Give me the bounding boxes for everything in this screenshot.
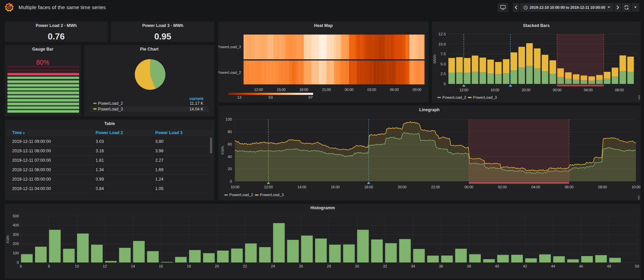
svg-text:20:00: 20:00 bbox=[521, 88, 530, 92]
svg-text:16: 16 bbox=[159, 264, 163, 268]
svg-text:PowerLoad_2: PowerLoad_2 bbox=[98, 101, 123, 106]
svg-text:30: 30 bbox=[355, 264, 359, 268]
svg-text:KWh: KWh bbox=[221, 146, 225, 155]
svg-text:06:00: 06:00 bbox=[390, 88, 399, 92]
svg-text:14: 14 bbox=[131, 264, 135, 268]
svg-text:PowerLoad_3: PowerLoad_3 bbox=[473, 95, 497, 99]
svg-text:02:00: 02:00 bbox=[498, 185, 507, 189]
svg-text:12:00: 12:00 bbox=[254, 88, 263, 92]
svg-text:12: 12 bbox=[103, 264, 107, 268]
svg-text:18: 18 bbox=[187, 264, 191, 268]
svg-text:22:00: 22:00 bbox=[431, 185, 440, 189]
svg-text:04:00: 04:00 bbox=[531, 185, 540, 189]
svg-text:0: 0 bbox=[230, 179, 232, 183]
svg-text:21:00: 21:00 bbox=[322, 88, 331, 92]
svg-text:34: 34 bbox=[411, 264, 415, 268]
svg-text:8: 8 bbox=[48, 264, 50, 268]
svg-text:26: 26 bbox=[299, 264, 303, 268]
svg-text:04:00: 04:00 bbox=[584, 88, 592, 92]
svg-text:97: 97 bbox=[308, 95, 313, 99]
svg-text:PowerLoad_2: PowerLoad_2 bbox=[442, 95, 466, 99]
svg-text:80: 80 bbox=[228, 130, 232, 134]
svg-text:current: current bbox=[190, 96, 203, 101]
svg-text:12:00: 12:00 bbox=[264, 185, 273, 189]
svg-text:2.5: 2.5 bbox=[441, 72, 446, 76]
svg-text:00:00: 00:00 bbox=[345, 88, 353, 92]
svg-text:50: 50 bbox=[269, 95, 273, 99]
svg-text:40: 40 bbox=[495, 264, 499, 268]
svg-text:42: 42 bbox=[523, 264, 527, 268]
svg-text:14.04 K: 14.04 K bbox=[190, 107, 203, 112]
svg-text:KWh: KWh bbox=[6, 235, 10, 243]
svg-text:300: 300 bbox=[13, 232, 19, 237]
svg-text:200: 200 bbox=[13, 242, 19, 246]
svg-text:PowerLoad_2: PowerLoad_2 bbox=[229, 193, 253, 197]
svg-text:10: 10 bbox=[75, 264, 79, 268]
svg-text:28: 28 bbox=[327, 264, 331, 268]
svg-text:48: 48 bbox=[607, 264, 611, 268]
svg-text:10:00: 10:00 bbox=[632, 185, 640, 189]
svg-text:06:00: 06:00 bbox=[565, 185, 573, 189]
svg-text:08:00: 08:00 bbox=[598, 185, 607, 189]
svg-text:22: 22 bbox=[243, 264, 247, 268]
svg-text:PowerLoad_3: PowerLoad_3 bbox=[260, 193, 284, 197]
svg-text:PowerLoad_2: PowerLoad_2 bbox=[218, 70, 241, 74]
svg-text:08:00: 08:00 bbox=[615, 88, 624, 92]
svg-text:20:00: 20:00 bbox=[398, 185, 406, 189]
svg-text:11.17 K: 11.17 K bbox=[190, 101, 203, 106]
svg-text:18:00: 18:00 bbox=[364, 185, 373, 189]
svg-text:7.5: 7.5 bbox=[441, 52, 446, 56]
svg-text:20: 20 bbox=[228, 167, 232, 171]
svg-text:13: 13 bbox=[237, 95, 241, 99]
svg-text:PowerLoad_3: PowerLoad_3 bbox=[218, 45, 241, 49]
svg-text:PowerLoad_3: PowerLoad_3 bbox=[98, 107, 123, 112]
svg-text:50: 50 bbox=[635, 264, 639, 268]
svg-text:18:00: 18:00 bbox=[299, 88, 308, 92]
svg-text:32: 32 bbox=[383, 264, 387, 268]
svg-text:60: 60 bbox=[228, 142, 232, 146]
svg-text:0: 0 bbox=[17, 260, 19, 265]
svg-text:500: 500 bbox=[13, 214, 19, 218]
svg-text:16:00: 16:00 bbox=[490, 88, 499, 92]
svg-text:00:00: 00:00 bbox=[553, 88, 562, 92]
svg-text:12.5: 12.5 bbox=[438, 32, 446, 36]
svg-text:24: 24 bbox=[271, 264, 275, 268]
svg-text:10:00: 10:00 bbox=[231, 185, 239, 189]
svg-text:400: 400 bbox=[13, 223, 19, 227]
svg-text:16:00: 16:00 bbox=[331, 185, 340, 189]
svg-text:0: 0 bbox=[444, 82, 446, 86]
svg-text:09:00: 09:00 bbox=[413, 88, 421, 92]
svg-text:46: 46 bbox=[579, 264, 583, 268]
svg-text:00:00: 00:00 bbox=[465, 185, 473, 189]
svg-text:12:00: 12:00 bbox=[460, 88, 468, 92]
svg-text:03:00: 03:00 bbox=[367, 88, 376, 92]
svg-text:40: 40 bbox=[228, 155, 232, 159]
svg-text:44: 44 bbox=[551, 264, 555, 268]
svg-text:MWh: MWh bbox=[433, 55, 437, 64]
svg-text:10.0: 10.0 bbox=[438, 42, 446, 46]
svg-text:6: 6 bbox=[20, 264, 22, 268]
svg-text:38: 38 bbox=[467, 264, 471, 268]
svg-text:14:00: 14:00 bbox=[297, 185, 306, 189]
svg-text:36: 36 bbox=[439, 264, 443, 268]
svg-text:5.0: 5.0 bbox=[441, 62, 446, 66]
svg-text:100: 100 bbox=[13, 251, 19, 255]
svg-text:20: 20 bbox=[215, 264, 219, 268]
svg-text:100: 100 bbox=[226, 117, 232, 121]
svg-text:15:00: 15:00 bbox=[277, 88, 285, 92]
